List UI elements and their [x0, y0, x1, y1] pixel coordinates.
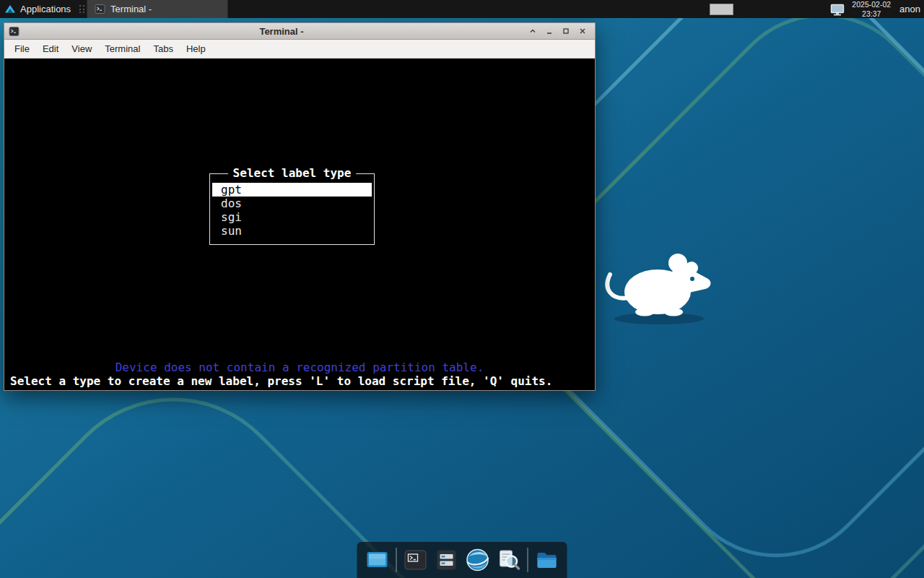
- dock-separator: [528, 548, 528, 572]
- menu-view[interactable]: View: [65, 41, 98, 56]
- window-menubar: File Edit View Terminal Tabs Help: [4, 40, 595, 59]
- menu-file[interactable]: File: [8, 41, 36, 56]
- desktop: Applications Terminal -: [0, 0, 924, 578]
- web-browser-icon[interactable]: [466, 548, 490, 572]
- top-panel: Applications Terminal -: [0, 0, 924, 18]
- dock-separator: [396, 548, 397, 572]
- terminal-launcher-icon[interactable]: [404, 548, 428, 572]
- panel-right-cluster: 2025-02-02 23:37 anon: [710, 0, 924, 18]
- task-button-label: Terminal -: [110, 4, 152, 14]
- display-tray-icon[interactable]: [830, 2, 845, 17]
- application-finder-icon[interactable]: [497, 548, 521, 572]
- applications-menu-icon: [4, 4, 16, 15]
- maximize-button[interactable]: [557, 25, 574, 38]
- cfdisk-prompt-message: Select a type to create a new label, pre…: [10, 374, 552, 388]
- menu-edit[interactable]: Edit: [36, 41, 65, 56]
- clock-time: 23:37: [852, 9, 891, 18]
- cfdisk-info-message: Device does not contain a recognized par…: [4, 361, 595, 374]
- file-manager-icon[interactable]: [535, 548, 559, 572]
- label-option-dos[interactable]: dos: [212, 197, 372, 210]
- dock: [357, 542, 567, 578]
- terminal-window: Terminal - File Edit View Terminal: [4, 22, 596, 391]
- task-terminal-icon: [95, 4, 105, 14]
- window-terminal-icon: [9, 26, 19, 37]
- show-desktop-icon[interactable]: [365, 548, 390, 572]
- applications-menu-label: Applications: [20, 4, 71, 14]
- close-button[interactable]: [574, 25, 590, 38]
- label-option-sun[interactable]: sun: [212, 224, 372, 238]
- window-controls: [524, 25, 590, 38]
- window-titlebar[interactable]: Terminal -: [4, 23, 595, 40]
- terminal-screen[interactable]: Select label type gpt dos sgi sun Device…: [4, 59, 595, 390]
- workspace-pager[interactable]: [710, 4, 733, 15]
- taskbar-window-button[interactable]: Terminal -: [87, 0, 228, 18]
- file-cabinet-icon[interactable]: [435, 548, 459, 572]
- panel-clock[interactable]: 2025-02-02 23:37: [852, 0, 891, 17]
- label-option-sgi[interactable]: sgi: [212, 210, 372, 224]
- minimize-button[interactable]: [541, 25, 557, 38]
- clock-date: 2025-02-02: [852, 0, 891, 9]
- label-type-list: gpt dos sgi sun: [210, 183, 374, 238]
- label-option-gpt[interactable]: gpt: [212, 183, 372, 197]
- menu-tabs[interactable]: Tabs: [147, 41, 179, 56]
- cfdisk-label-dialog: Select label type gpt dos sgi sun: [209, 173, 375, 245]
- menu-help[interactable]: Help: [180, 41, 212, 56]
- menu-terminal[interactable]: Terminal: [98, 41, 147, 56]
- applications-menu-button[interactable]: Applications: [0, 0, 77, 18]
- shade-button[interactable]: [524, 25, 541, 38]
- window-title: Terminal -: [48, 26, 515, 37]
- username-label: anon: [899, 4, 920, 14]
- panel-handle: [79, 5, 84, 13]
- dialog-title: Select label type: [228, 166, 357, 180]
